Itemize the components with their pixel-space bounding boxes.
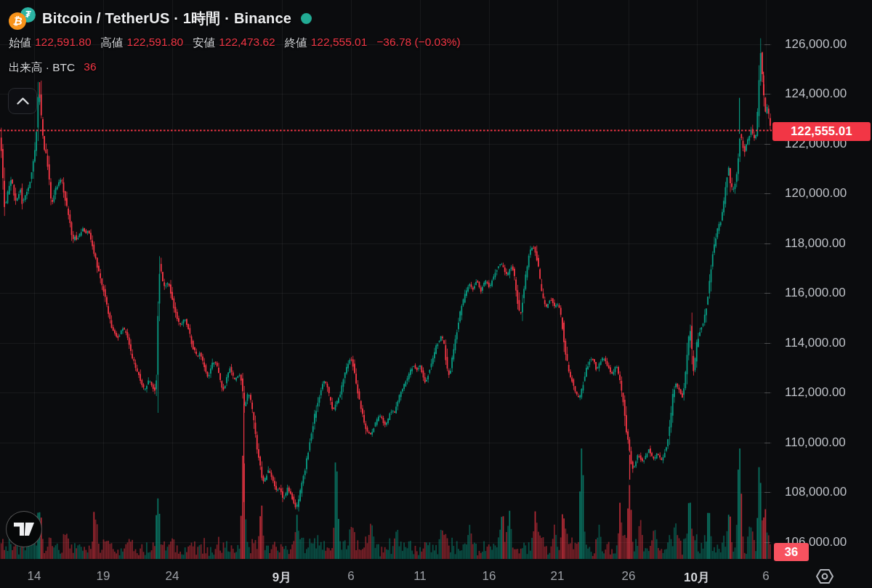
symbol-title[interactable]: Bitcoin / TetherUS · 1時間 · Binance [42, 9, 291, 28]
tradingview-logo[interactable] [6, 511, 42, 547]
collapse-header-button[interactable] [8, 88, 37, 114]
time-tick-label: 9月 [272, 569, 291, 586]
time-tick-label: 16 [483, 569, 496, 584]
price-tick-label: 114,000.00 [785, 336, 846, 350]
price-tick-label: 112,000.00 [785, 385, 846, 400]
candlestick-chart-canvas[interactable] [0, 0, 872, 588]
price-tick-label: 116,000.00 [785, 286, 846, 300]
price-tick-label: 126,000.00 [785, 37, 847, 52]
last-price-badge: 122,555.01 [772, 122, 871, 141]
close-value: 122,555.01 [311, 36, 368, 51]
settings-gear-icon[interactable] [815, 568, 834, 585]
trading-chart-app: 126,000.00124,000.00122,000.00120,000.00… [0, 0, 872, 588]
high-value: 122,591.80 [127, 36, 184, 51]
price-tick-label: 118,000.00 [785, 236, 846, 251]
time-tick-label: 6 [762, 569, 769, 584]
symbol-header: ₮ ₿ Bitcoin / TetherUS · 1時間 · Binance 始… [9, 6, 461, 76]
open-label: 始値 [9, 36, 31, 51]
volume-label: 出来高 · BTC [9, 60, 75, 76]
time-tick-label: 26 [622, 569, 636, 584]
price-tick-label: 124,000.00 [785, 86, 847, 101]
time-tick-label: 11 [413, 569, 427, 584]
market-open-status-icon [301, 13, 312, 24]
time-tick-label: 10月 [684, 569, 710, 586]
tradingview-icon [13, 522, 35, 536]
volume-row: 出来高 · BTC 36 [9, 60, 461, 76]
price-tick-label: 108,000.00 [785, 485, 847, 499]
close-label: 終値 [285, 36, 307, 51]
change-value: −36.78 (−0.03%) [376, 36, 460, 51]
high-label: 高値 [101, 36, 124, 51]
volume-value: 36 [84, 60, 96, 76]
time-tick-label: 21 [551, 569, 565, 584]
ohlc-row: 始値122,591.80 高値122,591.80 安値122,473.62 終… [9, 36, 461, 51]
time-tick-label: 19 [97, 569, 110, 584]
open-value: 122,591.80 [35, 36, 92, 51]
bitcoin-tether-pair-icon: ₮ ₿ [9, 7, 36, 30]
price-tick-label: 120,000.00 [785, 186, 847, 201]
price-tick-label: 110,000.00 [785, 435, 846, 450]
last-volume-badge: 36 [774, 543, 809, 561]
low-label: 安値 [193, 36, 215, 51]
time-tick-label: 24 [166, 569, 179, 584]
bitcoin-icon: ₿ [9, 12, 26, 30]
symbol-title-row[interactable]: ₮ ₿ Bitcoin / TetherUS · 1時間 · Binance [9, 6, 461, 31]
low-value: 122,473.62 [219, 36, 275, 51]
time-tick-label: 14 [28, 569, 41, 584]
time-tick-label: 6 [347, 569, 354, 584]
chevron-up-icon [17, 97, 29, 105]
